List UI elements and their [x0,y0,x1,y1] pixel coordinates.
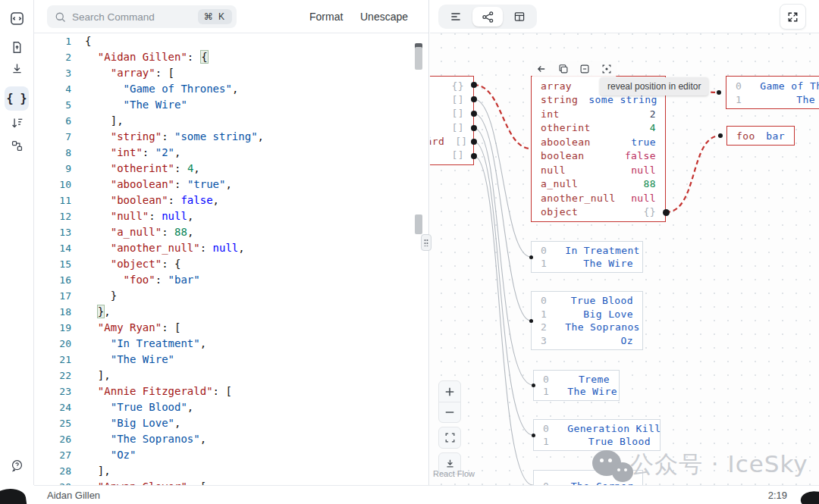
view-switcher [438,5,537,29]
node-row: Aidan Gillen{} [430,79,473,92]
left-sidebar: { } [0,0,34,485]
graph-panel: Aidan Gillen{}Amy Ryan[]Annie Fitzgerald… [430,0,819,485]
editor-topbar: Search Command ⌘ K Format Unescape [34,0,428,33]
fit-view-button[interactable] [439,427,460,448]
connection-handle [718,133,723,138]
graph-node-annie-fitzgerald[interactable]: 0True Blood1Big Love2The Sopranos3Oz [531,291,643,350]
code-editor[interactable]: 1{2 "Aidan Gillen": {3 "array": [4 "Game… [34,33,428,485]
edge-aidan-object [666,136,720,212]
back-icon[interactable] [536,64,547,74]
editor-line: 2 "Aidan Gillen": { [34,49,428,65]
node-row: 3Oz [532,334,642,348]
node-row: object{} [532,205,665,220]
line-number: 6 [34,113,82,129]
graph-node-anwan-glover[interactable]: 0Treme1The Wire [533,370,620,401]
editor-line: 14 "another_null": null, [34,240,428,256]
connection-handle [471,153,477,159]
collapse-node-icon[interactable] [579,64,590,74]
editor-scrollbar-thumb[interactable] [415,47,422,70]
node-row: a_null88 [532,177,665,192]
zoom-controls [438,380,461,474]
table-view-button[interactable] [504,7,535,27]
graph-node-alexander-skarsgard[interactable]: 0Generation Kill1True Blood [533,419,661,451]
connection-handle [471,125,477,131]
line-number: 14 [34,240,82,256]
editor-line: 15 "object": { [34,256,428,272]
react-flow-attribution[interactable]: React Flow [433,469,475,478]
line-number: 22 [34,368,82,383]
graph-topbar [430,0,819,33]
node-row: foobar [727,129,794,142]
node-row: another_nullnull [532,191,665,205]
editor-line: 13 "a_null": 88, [34,224,428,240]
edge-root-to-aidan [474,85,531,149]
unescape-button[interactable]: Unescape [360,0,408,33]
connection-handle [717,90,721,95]
line-number: 10 [34,177,82,193]
sort-icon[interactable] [5,111,29,135]
line-number: 24 [34,399,82,415]
editor-line: 9 "otherint": 4, [34,161,428,177]
connection-handle [663,209,670,216]
editor-line: 20 "In Treatment", [34,336,428,352]
json-view-icon[interactable]: { } [5,86,29,111]
help-icon[interactable] [5,453,29,477]
editor-line: 18 }, [34,304,428,320]
node-row: int2 [532,107,665,121]
fullscreen-button[interactable] [780,4,806,30]
connection-handle [471,139,477,145]
line-number: 2 [34,49,82,65]
line-number: 26 [34,431,82,447]
graph-node-clarke-peters[interactable]: 0The Corner [533,470,643,485]
zoom-in-button[interactable] [439,381,460,402]
search-shortcut-badge: ⌘ K [198,9,232,24]
status-timer: 2:19 [768,490,787,501]
node-row: 1The Wire [726,92,819,106]
format-button[interactable]: Format [309,0,343,33]
graph-node-aidan-gillen[interactable]: array[]stringsome stringint2otherint4abo… [531,76,666,222]
graph-canvas[interactable]: Aidan Gillen{}Amy Ryan[]Annie Fitzgerald… [430,33,819,485]
graph-node-root[interactable]: Aidan Gillen{}Amy Ryan[]Annie Fitzgerald… [430,76,474,165]
graph-view-button[interactable] [472,7,503,27]
edge-annie-fitzgerald [474,114,531,321]
reveal-position-icon[interactable] [601,64,612,74]
line-number: 11 [34,193,82,208]
editor-line: 16 "foo": "bar" [34,272,428,288]
matched-bracket: { [201,51,207,63]
connection-handle [529,255,533,259]
search-input[interactable]: Search Command ⌘ K [47,5,237,28]
connection-handle [532,434,535,437]
panel-resize-handle[interactable] [421,234,431,251]
status-selected-path: Aidan Gillen [47,490,100,501]
editor-line: 11 "boolean": false, [34,193,428,208]
node-row: 2The Sopranos [532,321,642,334]
list-view-button[interactable] [441,7,471,27]
line-number: 20 [34,336,82,352]
connection-handle [471,82,477,88]
line-number: 7 [34,129,82,145]
node-row: nullnull [532,163,665,177]
node-row: 0Generation Kill [534,422,660,435]
node-row: Amy Ryan[] [430,92,473,106]
editor-line: 4 "Game of Thrones", [34,81,428,97]
zoom-out-button[interactable] [439,402,460,422]
node-row: otherint4 [532,121,665,136]
editor-line: 27 "Oz" [34,447,428,463]
editor-line: 24 "True Blood", [34,399,428,415]
editor-scrollbar-marker [415,214,422,234]
editor-line: 19 "Amy Ryan": [ [34,320,428,336]
node-toolbar [532,61,617,77]
graph-node-amy-ryan[interactable]: 0In Treatment1The Wire [531,241,643,273]
app-logo-icon[interactable] [5,6,29,30]
editor-line: 22 ], [34,368,428,383]
transform-nodes-icon[interactable] [5,133,29,158]
download-icon[interactable] [5,56,29,80]
connection-handle [471,111,477,117]
copy-icon[interactable] [558,64,569,74]
graph-node-object-foo[interactable]: foobar [726,126,795,146]
graph-node-array[interactable]: 0Game of Thrones1The Wire [726,76,819,109]
line-number: 28 [34,463,82,479]
node-row: 0The Corner [534,473,642,485]
node-row: 1Big Love [532,308,642,321]
line-number: 12 [34,208,82,224]
